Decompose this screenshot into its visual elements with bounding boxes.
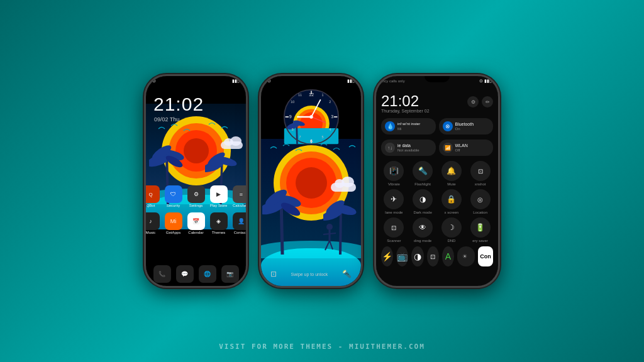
mobiledata-toggle-icon: ↑↓ (385, 143, 395, 153)
vibrate-icon: 📳 (384, 161, 404, 181)
app-getapps[interactable]: Mi GetApps (165, 212, 182, 234)
dnd-icon: ☽ (441, 217, 462, 238)
cc-grid-screenshot[interactable]: ⊡ xnshot (467, 161, 493, 186)
cc-grid-dnd[interactable]: ☽ DND (439, 217, 465, 243)
svg-text:1: 1 (321, 93, 323, 97)
status-bluetooth-center: ⊙ (267, 79, 271, 84)
clock-svg: 12 3 6 9 1 2 4 5 7 8 10 11 (283, 89, 340, 145)
wifi-toggle-text: inf wi'nt inster Mi (397, 122, 420, 130)
cc-toggle-mobiledata[interactable]: ↑↓ ie data Not available (381, 140, 436, 156)
app-icon-playstore: ▶ (210, 185, 228, 203)
app-icon-contacts: 👤 (233, 212, 247, 230)
flashlight-icon-bottom[interactable]: 🔦 (342, 270, 352, 278)
app-label-themes: Themes (212, 231, 226, 234)
cc-toggle-bluetooth[interactable]: ⊗ Bluetooth On (439, 118, 494, 134)
cc-toggles-row2: ↑↓ ie data Not available 📶 WLAN Off (376, 137, 498, 158)
reading-icon: 👁 (413, 217, 433, 238)
cc-grid-scanner[interactable]: ⊡ Scanner (381, 217, 407, 243)
cc-accessibility-icon[interactable]: A (442, 246, 454, 266)
con-button[interactable]: Con (478, 246, 493, 266)
lockscreen-label: x screen (445, 211, 459, 214)
screen-left: ⊙ ▮▮▯ 21:02 09/02 Thu (146, 76, 246, 286)
dock-icon-4[interactable]: 📷 (221, 265, 239, 283)
mobiledata-toggle-text: ie data Not available (397, 143, 419, 152)
cc-grid-vibrate[interactable]: 📳 Vibrate (381, 161, 407, 186)
cc-brightness-control[interactable]: ☀ (457, 246, 475, 266)
dock-icon-2[interactable]: 💬 (176, 265, 194, 283)
cc-grid-darkmode[interactable]: ◑ Dark mode (410, 189, 436, 214)
svg-line-44 (340, 209, 341, 255)
app-playstore[interactable]: ▶ Play Store (210, 185, 228, 207)
svg-text:12: 12 (309, 92, 314, 97)
wifi-toggle-icon: 💧 (385, 121, 395, 131)
center-palm-left (262, 173, 303, 255)
cc-grid-reading[interactable]: 👁 ding mode (410, 217, 436, 243)
svg-text:10: 10 (291, 100, 294, 104)
cc-bottom-row: ⚡ 📺 ◑ ⊡ A ☀ Con (376, 245, 498, 268)
svg-text:6: 6 (310, 138, 313, 144)
cc-grid-flashlight[interactable]: 🔦 Flashlight (410, 161, 436, 186)
camera-icon-bottom[interactable]: ⊡ (270, 270, 277, 278)
cc-toggle-wifi[interactable]: 💧 inf wi'nt inster Mi (381, 118, 436, 134)
app-music[interactable]: ♪ Music (146, 212, 160, 234)
cc-grid-lockscreen[interactable]: 🔒 x screen (439, 189, 465, 214)
cc-cast-icon[interactable]: 📺 (396, 246, 408, 266)
cc-time-block: 21:02 Thursday, September 02 (381, 94, 430, 113)
status-text-right: ncy calls only (382, 79, 405, 83)
wlan-toggle-text: WLAN Off (455, 143, 468, 152)
cc-grid-airplane[interactable]: ✈ lane mode (381, 189, 407, 214)
bluetooth-label: Bluetooth (455, 122, 474, 127)
app-label-getapps: GetApps (166, 231, 180, 234)
cc-settings-icon[interactable]: ⚙ (467, 96, 479, 107)
scanner-label: Scanner (387, 239, 401, 243)
screen-center: ⊙ ▮▮▯ (261, 76, 361, 286)
analog-clock: 12 3 6 9 1 2 4 5 7 8 10 11 (283, 89, 340, 145)
phone-right: ncy calls only ⊙ ▮▮▯ 21:02 Thursday, Sep… (374, 74, 500, 288)
bluetooth-toggle-text: Bluetooth On (455, 122, 474, 131)
phone-center: ⊙ ▮▮▯ (259, 74, 363, 288)
dock-icon-3[interactable]: 🌐 (199, 265, 216, 283)
svg-text:7: 7 (299, 135, 301, 139)
app-icon-music: ♪ (146, 212, 160, 230)
location-icon: ◎ (470, 189, 491, 209)
app-security[interactable]: 🛡 Security (165, 185, 182, 207)
wlan-label: WLAN (455, 143, 468, 148)
mute-icon: 🔔 (441, 161, 462, 181)
mobiledata-label: ie data (397, 143, 419, 148)
cc-box-icon[interactable]: ⊡ (427, 246, 439, 266)
center-scene (261, 139, 361, 286)
app-themes[interactable]: ◈ Themes (210, 212, 228, 234)
app-label-music: Music (146, 231, 155, 234)
cc-grid-batterysaver[interactable]: 🔋 ery saver (467, 217, 493, 243)
cc-eye-icon[interactable]: ◑ (411, 246, 423, 266)
app-qbot[interactable]: Q QBot (146, 185, 160, 207)
app-calendar[interactable]: 📅 Calendar (187, 212, 205, 234)
cc-grid-mute[interactable]: 🔔 Mute (439, 161, 465, 186)
app-settings[interactable]: ⚙ Settings (187, 185, 205, 207)
cc-edit-icon[interactable]: ✏ (482, 96, 493, 107)
app-contacts[interactable]: 👤 Contacts (233, 212, 247, 234)
app-label-contacts: Contacts (234, 231, 246, 234)
phone-left: ⊙ ▮▮▯ 21:02 09/02 Thu (144, 74, 248, 288)
screenshot-icon: ⊡ (470, 161, 491, 181)
flashlight-label: Flashlight (414, 182, 431, 186)
apps-row2: ♪ Music Mi GetApps 📅 Calendar ◈ Themes (146, 211, 246, 236)
flashlight-icon: 🔦 (413, 161, 433, 181)
notch-left (184, 76, 209, 82)
cc-toggles-row1: 💧 inf wi'nt inster Mi ⊗ Bluetooth On (376, 116, 498, 137)
app-label-playstore: Play Store (210, 204, 228, 207)
app-calculator[interactable]: = Calculator (233, 185, 247, 207)
status-battery-center: ▮▮▯ (347, 79, 355, 84)
app-icon-qbot: Q (146, 185, 160, 203)
cc-date: Thursday, September 02 (381, 109, 430, 113)
screenshot-label: xnshot (475, 182, 486, 186)
svg-point-48 (326, 224, 333, 230)
status-icons-right: ⊙ ▮▮▯ (479, 79, 492, 84)
cc-power-icon[interactable]: ⚡ (381, 246, 393, 266)
app-icon-calculator: = (233, 185, 247, 203)
status-battery-right: ▮▮▯ (484, 79, 492, 84)
dock-icon-1[interactable]: 📞 (153, 265, 171, 283)
cc-toggle-wlan[interactable]: 📶 WLAN Off (439, 140, 494, 156)
cc-grid-location[interactable]: ◎ Location (467, 189, 493, 214)
svg-line-52 (330, 241, 333, 250)
